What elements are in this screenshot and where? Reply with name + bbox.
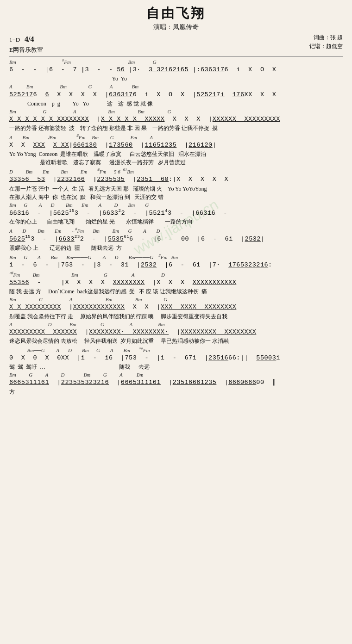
notation-author: 记谱：超低空 <box>309 42 343 51</box>
meta-row: 1=D 4/4 E网音乐教室 词曲：张 超 记谱：超低空 <box>9 33 343 55</box>
lyric-s10: 别覆盖 我会坚持往下行 走 原始界的风伴随我们的行踪 噢 脚步重变得重变得失去自… <box>9 312 343 321</box>
lyric-s2: Comeon p g Yo Yo 这 这 感 觉 就 像 <box>9 99 343 108</box>
section-12: Bm──G A D Bm G A Bm 𝄎#Fm 0 X 0 X 0XX |i … <box>9 346 343 371</box>
notation-s2: 5252176 6 X X X X |6363176 i X O X |5252… <box>9 90 343 99</box>
chord-s13: Bm G A D Bm G A Bm <box>9 372 343 378</box>
lyric-s5a: 在那一片苍 茫中 一个人 生 活 看见远方天国 那 瑾璨的烟 火 Yo Yo Y… <box>9 185 343 193</box>
chord-s12: Bm──G A D Bm G A Bm 𝄎#Fm <box>9 346 343 353</box>
lyric-s6: 在你的心上 自由地飞翔 灿烂的星 光 永恒地徜徉 一路的方向 <box>9 217 343 226</box>
section-3: Bm G A Bm Bm G X X X X X X XXXXXXXX |X X… <box>9 109 343 132</box>
chord-s1: Bm #Fm Bm G <box>9 58 343 65</box>
section-5: D Bm Em Bm Em #Fm 5 6 61Bm 33356 53 |223… <box>9 167 343 201</box>
key-label: 1=D <box>9 36 20 43</box>
lyric-s13: 方 <box>9 388 343 396</box>
section-9: 𝄎#Fm Bm Bm G A D 55356 - |X X X X XXXXXX… <box>9 271 343 296</box>
notation-s8: i - 6 - |753 - |3 - 31 |2532 |6 - 6i |7·… <box>9 260 343 270</box>
section-1: Bm #Fm Bm G 6 - - |6 - 7 |3 - - 56 |3· 3… <box>9 58 343 83</box>
lyric-s7: 照耀我心 上 辽远的边 疆 随我去远 方 <box>9 244 343 252</box>
section-4: A Bm ♩Bm #Fm Bm G Em A X X XXX X XX|6661… <box>9 133 343 167</box>
chord-s3: Bm G A Bm Bm G <box>9 109 343 115</box>
lyric-s4b: 是谁听着歌 遗忘了寂寞 漫漫长夜一路芬芳 岁月曾流过 <box>9 158 343 167</box>
school-label: E网音乐教室 <box>9 46 43 53</box>
score-content: www.jianpu.cn Bm #Fm Bm G 6 - - |6 - 7 |… <box>9 58 343 396</box>
notation-s11: XXXXXXXXX XXXXXX |XXXXXXXX· XXXXXXXX· |X… <box>9 328 343 337</box>
lyric-s3: 一路的芳香 还有婆娑轻 波 转了念的想 那些是 非 因 果 一路的芳香 让我不停… <box>9 124 343 132</box>
section-8: Bm G A Bm Bm────G A D Bm────G #Fm Bm i -… <box>9 253 343 270</box>
chord-s10: Bm G A Bm Bm G <box>9 297 343 303</box>
lyric-s9: 随 我 去远 方 Don`tCome back这是我远行的感 受 不 应 该 让… <box>9 287 343 296</box>
lyric-s11: 迷恋风景我会尽情的 去放松 轻风伴我相送 岁月如此沉重 早已热泪感动被你一 水消… <box>9 337 343 345</box>
lyric-s4a: Yo Yo Yong Comeon 是谁在唱歌 温暖了寂寞 白云悠悠蓝天依旧 泪… <box>9 150 343 158</box>
chord-s7: A D Bm Em ⌐#Fm Bm Bm G A D <box>9 227 343 234</box>
section-13: Bm G A D Bm G A Bm 6665311161 |223535323… <box>9 372 343 396</box>
notation-s1: 6 - - |6 - 7 |3 - - 56 |3· 3 32162165 |:… <box>9 65 343 74</box>
time-sig: 4/4 <box>25 35 34 43</box>
notation-s7: 5625153 - |6633232 - |5535616 - |6 - 00 … <box>9 234 343 244</box>
title-section: 自由飞翔 演唱：凤凰传奇 <box>9 5 343 31</box>
section-7: A D Bm Em ⌐#Fm Bm Bm G A D 5625153 - |66… <box>9 227 343 252</box>
chord-s9: 𝄎#Fm Bm Bm G A D <box>9 271 343 278</box>
chord-s4: A Bm ♩Bm #Fm Bm G Em A <box>9 133 343 141</box>
section-2: A Bm Bm G A Bm 5252176 6 X X X X |636317… <box>9 84 343 107</box>
lyric-s5b: 在那人潮人 海中 你 也在沉 默 和我一起漂泊 到 天涯的交 错 <box>9 193 343 201</box>
section-10: Bm G A Bm Bm G X X XXXXXXXXX |XXXXXXXXXX… <box>9 297 343 320</box>
lyric-s1: Yo Yo <box>9 74 343 83</box>
chord-s11: A D Bm G A Bm <box>9 322 343 328</box>
notation-s13: 6665311161 |223535323216 |6665311161 |23… <box>9 378 343 387</box>
lyricist: 词曲：张 超 <box>309 33 343 42</box>
meta-left: 1=D 4/4 E网音乐教室 <box>9 33 43 55</box>
meta-right: 词曲：张 超 记谱：超低空 <box>309 33 343 51</box>
score-page: 自由飞翔 演唱：凤凰传奇 1=D 4/4 E网音乐教室 词曲：张 超 记谱：超低… <box>0 0 352 644</box>
lyric-s12: 驾 驾 驾吁 … 随我 去远 <box>9 363 343 371</box>
notation-s9: 55356 - |X X X X XXXXXXXX |X X X XXXXXXX… <box>9 278 343 287</box>
notation-s5: 33356 53 |2232166 |2235535 |2351 60:|X X… <box>9 175 343 184</box>
notation-s4: X X XXX X XX|666130 |173560 |11651235 |2… <box>9 141 343 150</box>
chord-s2: A Bm Bm G A Bm <box>9 84 343 90</box>
section-11: A D Bm G A Bm XXXXXXXXX XXXXXX |XXXXXXXX… <box>9 322 343 345</box>
notation-s12: 0 X 0 X 0XX |i - i6 |753 - |i - 67i |235… <box>9 353 343 363</box>
chord-s5: D Bm Em Bm Em #Fm 5 6 61Bm <box>9 167 343 175</box>
notation-s6: 66316 - |5625153 - |663322 - |552143 - |… <box>9 208 343 218</box>
section-6: Bm G A D Bm Em A D Bm G 66316 - |5625153… <box>9 202 343 226</box>
notation-s10: X X XXXXXXXXX |XXXXXXXXXXXXX X X |XXX XX… <box>9 303 343 312</box>
chord-s8: Bm G A Bm Bm────G A D Bm────G #Fm Bm <box>9 253 343 260</box>
performer: 演唱：凤凰传奇 <box>9 23 343 31</box>
chord-s6: Bm G A D Bm Em A D Bm G <box>9 202 343 208</box>
main-title: 自由飞翔 <box>9 5 343 22</box>
top-divider <box>9 56 343 57</box>
notation-s3: X X X X X X XXXXXXXX |X X X X X XXXXX X … <box>9 115 343 124</box>
